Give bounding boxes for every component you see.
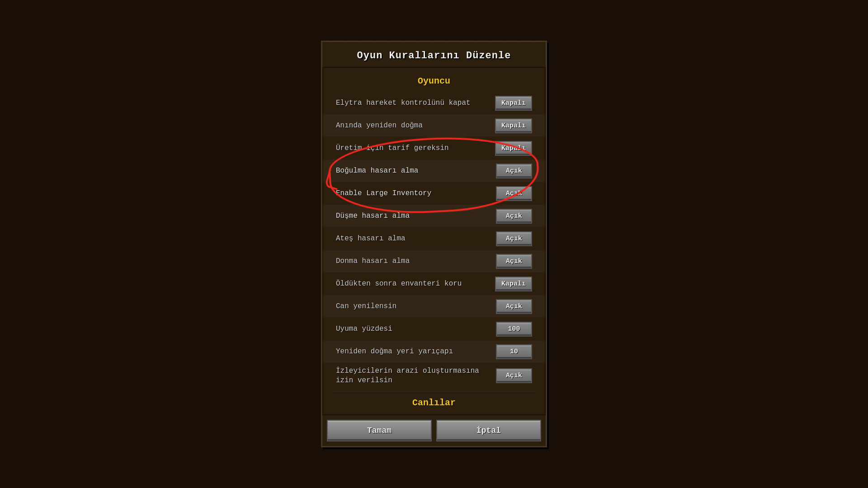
setting-row-instant_respawn: Anında yeniden doğmaKapalı: [322, 114, 546, 137]
setting-label-elytra: Elytra hareket kontrolünü kapat: [336, 99, 495, 108]
setting-label-spectators_land: İzleyicilerin arazi oluşturmasına izin v…: [336, 366, 496, 385]
setting-btn-fire_dmg[interactable]: Açık: [496, 231, 532, 246]
cancel-button[interactable]: İptal: [436, 420, 541, 441]
setting-row-recipe_required: Üretim için tarif gereksinKapalı: [322, 137, 546, 160]
setting-btn-spectators_land[interactable]: Açık: [496, 368, 532, 383]
setting-label-keep_inventory: Öldükten sonra envanteri koru: [336, 279, 495, 289]
setting-label-recipe_required: Üretim için tarif gereksin: [336, 144, 495, 153]
setting-row-drowning_dmg: Boğulma hasarı almaAçık: [322, 160, 546, 182]
setting-label-drowning_dmg: Boğulma hasarı alma: [336, 166, 496, 176]
setting-row-natural_regen: Can yenilensinAçık: [322, 295, 546, 318]
section-header-player: Oyuncu: [322, 72, 546, 92]
setting-btn-instant_respawn[interactable]: Kapalı: [495, 118, 532, 133]
setting-row-elytra: Elytra hareket kontrolünü kapatKapalı: [322, 92, 546, 114]
setting-btn-freeze_dmg[interactable]: Açık: [496, 254, 532, 269]
setting-row-large_inventory: Enable Large InventoryAçık: [322, 182, 546, 205]
player-settings: Elytra hareket kontrolünü kapatKapalıAnı…: [322, 92, 546, 389]
setting-row-fire_dmg: Ateş hasarı almaAçık: [322, 227, 546, 250]
section-header-creatures: Canlılar: [322, 394, 546, 413]
section-divider: [331, 391, 537, 392]
setting-btn-natural_regen[interactable]: Açık: [496, 299, 532, 314]
setting-label-respawn_radius: Yeniden doğma yeri yarıçapı: [336, 347, 496, 357]
modal-title: Oyun Kurallarını Düzenle: [322, 42, 546, 68]
ok-button[interactable]: Tamam: [327, 420, 432, 441]
setting-label-sleep_pct: Uyuma yüzdesi: [336, 324, 496, 334]
setting-label-natural_regen: Can yenilensin: [336, 302, 496, 311]
setting-row-respawn_radius: Yeniden doğma yeri yarıçapı10: [322, 340, 546, 363]
setting-row-freeze_dmg: Donma hasarı almaAçık: [322, 250, 546, 272]
scroll-area: Oyuncu Elytra hareket kontrolünü kapatKa…: [322, 68, 546, 414]
setting-btn-sleep_pct[interactable]: 100: [496, 322, 532, 337]
setting-btn-respawn_radius[interactable]: 10: [496, 344, 532, 359]
setting-btn-elytra[interactable]: Kapalı: [495, 96, 532, 111]
setting-btn-large_inventory[interactable]: Açık: [496, 186, 532, 201]
setting-row-spectators_land: İzleyicilerin arazi oluşturmasına izin v…: [322, 363, 546, 389]
setting-label-fall_dmg: Düşme hasarı alma: [336, 211, 496, 221]
creature-settings: Baskınları devre dışı bırakKapalıÖlü oyu…: [322, 413, 546, 414]
setting-btn-fall_dmg[interactable]: Açık: [496, 209, 532, 224]
setting-label-freeze_dmg: Donma hasarı alma: [336, 257, 496, 266]
setting-row-disable_raids: Baskınları devre dışı bırakKapalı: [322, 413, 546, 414]
setting-label-large_inventory: Enable Large Inventory: [336, 189, 496, 198]
setting-btn-drowning_dmg[interactable]: Açık: [496, 164, 532, 178]
setting-btn-recipe_required[interactable]: Kapalı: [495, 141, 532, 156]
modal: Oyun Kurallarını Düzenle Oyuncu Elytra h…: [321, 41, 547, 447]
setting-row-sleep_pct: Uyuma yüzdesi100: [322, 318, 546, 340]
setting-btn-keep_inventory[interactable]: Kapalı: [495, 277, 532, 291]
modal-footer: Tamam İptal: [322, 414, 546, 446]
setting-label-fire_dmg: Ateş hasarı alma: [336, 234, 496, 244]
setting-row-keep_inventory: Öldükten sonra envanteri koruKapalı: [322, 272, 546, 295]
setting-row-fall_dmg: Düşme hasarı almaAçık: [322, 205, 546, 227]
setting-label-instant_respawn: Anında yeniden doğma: [336, 121, 495, 131]
